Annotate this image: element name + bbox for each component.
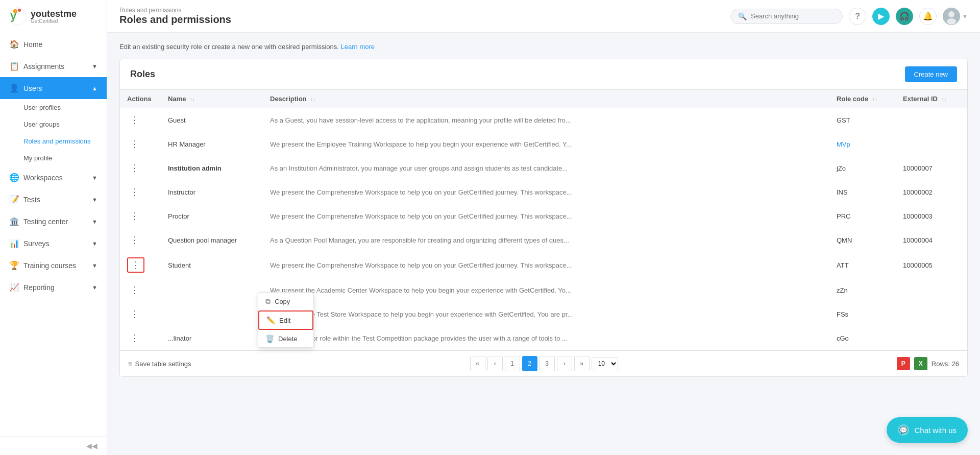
- row-name-cell: Institution admin: [161, 156, 263, 180]
- learn-more-link[interactable]: Learn more: [341, 43, 375, 51]
- row-actions-button[interactable]: ⋮: [127, 137, 142, 151]
- row-external-id-cell: [896, 132, 967, 156]
- table-row: ⋮InstructorWe present the Comprehensive …: [120, 180, 967, 204]
- breadcrumb: Roles and permissions: [119, 7, 231, 14]
- name-sort-icon: ↑↓: [190, 97, 195, 102]
- app-logo: y: [8, 7, 27, 26]
- sidebar-item-training-courses[interactable]: 🏆 Training courses ▼: [0, 254, 107, 276]
- prev-page-button[interactable]: ‹: [487, 356, 503, 371]
- sidebar-subitem-user-groups[interactable]: User groups: [0, 116, 107, 133]
- row-actions-button[interactable]: ⋮: [127, 257, 144, 273]
- row-role-code-cell: jZo: [829, 156, 896, 180]
- help-button[interactable]: ?: [849, 8, 866, 25]
- sidebar-item-surveys[interactable]: 📊 Surveys ▼: [0, 232, 107, 254]
- row-actions-cell: ⋮: [120, 180, 161, 204]
- main-content: Roles and permissions Roles and permissi…: [107, 0, 980, 455]
- context-menu: ⧉ Copy ✏️ Edit 🗑️ Delete: [258, 292, 314, 348]
- sidebar-subitem-roles-permissions[interactable]: Roles and permissions: [0, 133, 107, 150]
- row-actions-button[interactable]: ⋮: [127, 233, 142, 247]
- home-label: Home: [23, 40, 97, 49]
- sidebar-item-reporting[interactable]: 📈 Reporting ▼: [0, 276, 107, 298]
- col-description[interactable]: Description ↑↓: [263, 90, 829, 108]
- row-name-cell: Guest: [161, 108, 263, 132]
- tests-arrow: ▼: [92, 197, 97, 203]
- collapse-sidebar-button[interactable]: ◀◀: [0, 436, 107, 455]
- first-page-button[interactable]: «: [470, 356, 485, 371]
- row-actions-cell: ⋮: [120, 326, 161, 350]
- play-button[interactable]: ▶: [872, 8, 890, 25]
- user-groups-label: User groups: [23, 121, 60, 128]
- sidebar-item-assignments[interactable]: 📋 Assignments ▼: [0, 55, 107, 77]
- sidebar-item-home[interactable]: 🏠 Home: [0, 33, 107, 55]
- save-table-settings[interactable]: ≡ Save table settings: [128, 360, 191, 368]
- row-actions-button[interactable]: ⋮: [127, 307, 142, 321]
- sidebar-item-users[interactable]: 👤 Users ▲: [0, 77, 107, 99]
- row-external-id-cell: 10000003: [896, 204, 967, 228]
- svg-point-6: [947, 18, 956, 25]
- training-icon: 🏆: [9, 260, 18, 270]
- rows-per-page-select[interactable]: 10 25 50: [592, 357, 618, 370]
- table-row: ⋮Institution adminAs an Institution Admi…: [120, 156, 967, 180]
- next-page-button[interactable]: ›: [557, 356, 572, 371]
- table-row: ⋮Question pool managerAs a Question Pool…: [120, 228, 967, 252]
- users-label: Users: [23, 84, 87, 92]
- context-menu-delete[interactable]: 🗑️ Delete: [258, 330, 313, 347]
- table-header: Actions Name ↑↓ Description ↑↓ Role code: [120, 90, 967, 108]
- headset-button[interactable]: 🎧: [896, 8, 913, 25]
- search-icon: 🔍: [738, 12, 747, 20]
- user-profiles-label: User profiles: [23, 104, 61, 111]
- surveys-arrow: ▼: [92, 241, 97, 247]
- row-actions-button[interactable]: ⋮: [127, 161, 142, 175]
- col-name[interactable]: Name ↑↓: [161, 90, 263, 108]
- row-desc-cell: As a Guest, you have session-level acces…: [263, 108, 829, 132]
- context-menu-edit[interactable]: ✏️ Edit: [258, 310, 313, 330]
- row-external-id-cell: 10000002: [896, 180, 967, 204]
- roles-card-title: Roles: [130, 69, 155, 80]
- table-row: ⋮GuestAs a Guest, you have session-level…: [120, 108, 967, 132]
- page-3-button[interactable]: 3: [540, 356, 555, 371]
- sidebar-item-testing-center[interactable]: 🏛️ Testing center ▼: [0, 210, 107, 232]
- col-external-id[interactable]: External ID ↑↓: [896, 90, 967, 108]
- context-menu-copy[interactable]: ⧉ Copy: [258, 293, 313, 310]
- row-desc-cell: We present the Employee Training Workspa…: [263, 132, 829, 156]
- last-page-button[interactable]: »: [574, 356, 590, 371]
- info-text: Edit an existing security role or create…: [119, 43, 339, 51]
- sidebar-subitem-user-profiles[interactable]: User profiles: [0, 99, 107, 116]
- user-avatar-dropdown[interactable]: ▼: [943, 8, 968, 25]
- logo-text: youtestme GetCertified: [31, 9, 77, 24]
- tests-label: Tests: [23, 196, 87, 204]
- sidebar-item-tests[interactable]: 📝 Tests ▼: [0, 188, 107, 210]
- bell-button[interactable]: 🔔: [919, 8, 937, 25]
- row-actions-button[interactable]: ⋮: [127, 113, 142, 127]
- reporting-icon: 📈: [9, 282, 18, 292]
- row-name-cell: Instructor: [161, 180, 263, 204]
- delete-label: Delete: [278, 335, 298, 343]
- search-input[interactable]: [751, 12, 832, 20]
- create-new-button[interactable]: Create new: [905, 66, 957, 82]
- roles-table: Actions Name ↑↓ Description ↑↓ Role code: [120, 90, 967, 350]
- col-role-code[interactable]: Role code ↑↓: [829, 90, 896, 108]
- chat-button[interactable]: 💬 Chat with us: [887, 417, 968, 443]
- row-external-id-cell: 10000005: [896, 252, 967, 278]
- export-excel-button[interactable]: X: [914, 357, 927, 370]
- sidebar-subitem-my-profile[interactable]: My profile: [0, 150, 107, 166]
- page-1-button[interactable]: 1: [505, 356, 520, 371]
- row-actions-button[interactable]: ⋮: [127, 185, 142, 199]
- row-actions-cell: ⋮: [120, 228, 161, 252]
- assignments-icon: 📋: [9, 61, 18, 71]
- sidebar-item-workspaces[interactable]: 🌐 Workspaces ▼: [0, 166, 107, 188]
- workspaces-label: Workspaces: [23, 174, 87, 182]
- row-desc-cell: We present the Comprehensive Workspace t…: [263, 180, 829, 204]
- testing-center-arrow: ▼: [92, 219, 97, 225]
- row-actions-button[interactable]: ⋮: [127, 283, 142, 297]
- topbar: Roles and permissions Roles and permissi…: [107, 0, 980, 33]
- search-box[interactable]: 🔍: [730, 9, 843, 24]
- info-bar: Edit an existing security role or create…: [119, 43, 968, 51]
- export-pdf-button[interactable]: P: [897, 357, 910, 370]
- page-2-button[interactable]: 2: [522, 356, 537, 371]
- roles-card-header: Roles Create new: [120, 59, 967, 90]
- row-external-id-cell: [896, 302, 967, 326]
- row-actions-button[interactable]: ⋮: [127, 331, 142, 345]
- row-actions-button[interactable]: ⋮: [127, 209, 142, 223]
- row-desc-cell: The Coordinator role within the Test Com…: [263, 326, 829, 350]
